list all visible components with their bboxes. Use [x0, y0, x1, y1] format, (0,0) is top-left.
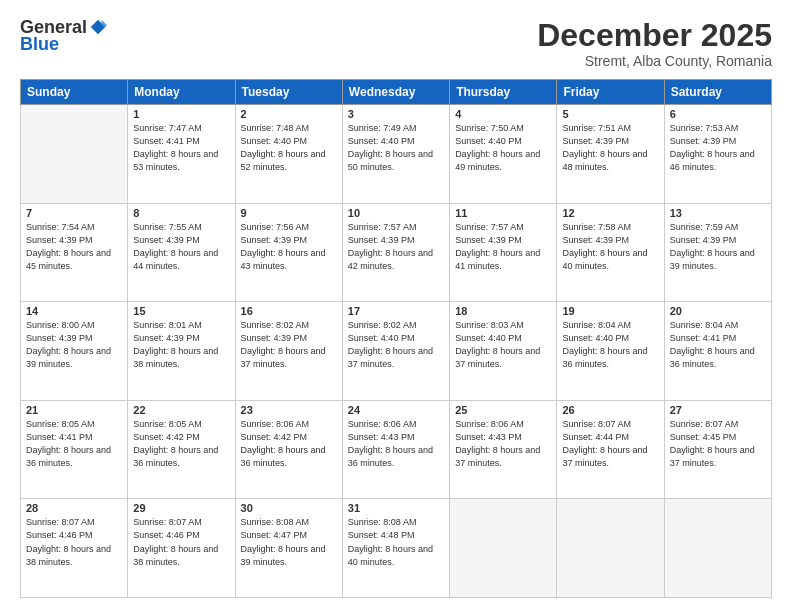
day-info: Sunrise: 8:06 AMSunset: 4:43 PMDaylight:…	[348, 418, 444, 470]
day-info: Sunrise: 8:07 AMSunset: 4:45 PMDaylight:…	[670, 418, 766, 470]
calendar-cell: 27Sunrise: 8:07 AMSunset: 4:45 PMDayligh…	[664, 400, 771, 499]
logo-blue-text: Blue	[20, 34, 59, 54]
day-info: Sunrise: 8:07 AMSunset: 4:46 PMDaylight:…	[26, 516, 122, 568]
weekday-header: Thursday	[450, 80, 557, 105]
calendar-cell: 25Sunrise: 8:06 AMSunset: 4:43 PMDayligh…	[450, 400, 557, 499]
calendar-cell: 26Sunrise: 8:07 AMSunset: 4:44 PMDayligh…	[557, 400, 664, 499]
day-info: Sunrise: 8:01 AMSunset: 4:39 PMDaylight:…	[133, 319, 229, 371]
calendar-week-row: 14Sunrise: 8:00 AMSunset: 4:39 PMDayligh…	[21, 302, 772, 401]
day-info: Sunrise: 8:05 AMSunset: 4:41 PMDaylight:…	[26, 418, 122, 470]
calendar-cell: 28Sunrise: 8:07 AMSunset: 4:46 PMDayligh…	[21, 499, 128, 598]
day-number: 25	[455, 404, 551, 416]
day-info: Sunrise: 8:03 AMSunset: 4:40 PMDaylight:…	[455, 319, 551, 371]
day-info: Sunrise: 7:56 AMSunset: 4:39 PMDaylight:…	[241, 221, 337, 273]
weekday-header: Wednesday	[342, 80, 449, 105]
calendar-cell: 21Sunrise: 8:05 AMSunset: 4:41 PMDayligh…	[21, 400, 128, 499]
day-info: Sunrise: 7:58 AMSunset: 4:39 PMDaylight:…	[562, 221, 658, 273]
day-info: Sunrise: 7:55 AMSunset: 4:39 PMDaylight:…	[133, 221, 229, 273]
calendar-cell: 10Sunrise: 7:57 AMSunset: 4:39 PMDayligh…	[342, 203, 449, 302]
calendar-cell	[664, 499, 771, 598]
day-info: Sunrise: 8:04 AMSunset: 4:41 PMDaylight:…	[670, 319, 766, 371]
calendar-week-row: 7Sunrise: 7:54 AMSunset: 4:39 PMDaylight…	[21, 203, 772, 302]
day-number: 9	[241, 207, 337, 219]
calendar-cell: 2Sunrise: 7:48 AMSunset: 4:40 PMDaylight…	[235, 105, 342, 204]
location: Stremt, Alba County, Romania	[537, 53, 772, 69]
calendar-cell	[21, 105, 128, 204]
weekday-header: Saturday	[664, 80, 771, 105]
weekday-header: Sunday	[21, 80, 128, 105]
calendar-cell: 8Sunrise: 7:55 AMSunset: 4:39 PMDaylight…	[128, 203, 235, 302]
header: General Blue December 2025 Stremt, Alba …	[20, 18, 772, 69]
calendar-cell: 6Sunrise: 7:53 AMSunset: 4:39 PMDaylight…	[664, 105, 771, 204]
day-info: Sunrise: 8:08 AMSunset: 4:48 PMDaylight:…	[348, 516, 444, 568]
calendar-cell	[557, 499, 664, 598]
day-number: 31	[348, 502, 444, 514]
calendar-cell: 7Sunrise: 7:54 AMSunset: 4:39 PMDaylight…	[21, 203, 128, 302]
day-info: Sunrise: 8:07 AMSunset: 4:46 PMDaylight:…	[133, 516, 229, 568]
day-number: 7	[26, 207, 122, 219]
month-title: December 2025	[537, 18, 772, 53]
weekday-header: Tuesday	[235, 80, 342, 105]
day-info: Sunrise: 7:50 AMSunset: 4:40 PMDaylight:…	[455, 122, 551, 174]
day-info: Sunrise: 7:49 AMSunset: 4:40 PMDaylight:…	[348, 122, 444, 174]
day-info: Sunrise: 7:57 AMSunset: 4:39 PMDaylight:…	[455, 221, 551, 273]
svg-marker-1	[102, 20, 107, 31]
calendar-cell: 15Sunrise: 8:01 AMSunset: 4:39 PMDayligh…	[128, 302, 235, 401]
day-number: 16	[241, 305, 337, 317]
calendar-cell: 31Sunrise: 8:08 AMSunset: 4:48 PMDayligh…	[342, 499, 449, 598]
day-info: Sunrise: 8:06 AMSunset: 4:43 PMDaylight:…	[455, 418, 551, 470]
calendar-table: SundayMondayTuesdayWednesdayThursdayFrid…	[20, 79, 772, 598]
day-info: Sunrise: 7:47 AMSunset: 4:41 PMDaylight:…	[133, 122, 229, 174]
day-number: 24	[348, 404, 444, 416]
weekday-header: Friday	[557, 80, 664, 105]
day-info: Sunrise: 8:06 AMSunset: 4:42 PMDaylight:…	[241, 418, 337, 470]
day-info: Sunrise: 7:57 AMSunset: 4:39 PMDaylight:…	[348, 221, 444, 273]
calendar-cell: 5Sunrise: 7:51 AMSunset: 4:39 PMDaylight…	[557, 105, 664, 204]
day-info: Sunrise: 8:07 AMSunset: 4:44 PMDaylight:…	[562, 418, 658, 470]
day-number: 4	[455, 108, 551, 120]
day-info: Sunrise: 7:48 AMSunset: 4:40 PMDaylight:…	[241, 122, 337, 174]
calendar-cell: 12Sunrise: 7:58 AMSunset: 4:39 PMDayligh…	[557, 203, 664, 302]
day-number: 27	[670, 404, 766, 416]
day-info: Sunrise: 8:04 AMSunset: 4:40 PMDaylight:…	[562, 319, 658, 371]
day-number: 11	[455, 207, 551, 219]
calendar-cell: 14Sunrise: 8:00 AMSunset: 4:39 PMDayligh…	[21, 302, 128, 401]
calendar-header-row: SundayMondayTuesdayWednesdayThursdayFrid…	[21, 80, 772, 105]
logo-icon	[89, 18, 107, 36]
day-number: 15	[133, 305, 229, 317]
title-block: December 2025 Stremt, Alba County, Roman…	[537, 18, 772, 69]
calendar-week-row: 28Sunrise: 8:07 AMSunset: 4:46 PMDayligh…	[21, 499, 772, 598]
day-info: Sunrise: 8:02 AMSunset: 4:40 PMDaylight:…	[348, 319, 444, 371]
calendar-week-row: 21Sunrise: 8:05 AMSunset: 4:41 PMDayligh…	[21, 400, 772, 499]
calendar-cell: 23Sunrise: 8:06 AMSunset: 4:42 PMDayligh…	[235, 400, 342, 499]
day-info: Sunrise: 7:53 AMSunset: 4:39 PMDaylight:…	[670, 122, 766, 174]
day-number: 29	[133, 502, 229, 514]
day-number: 8	[133, 207, 229, 219]
calendar-cell: 13Sunrise: 7:59 AMSunset: 4:39 PMDayligh…	[664, 203, 771, 302]
day-number: 6	[670, 108, 766, 120]
day-number: 20	[670, 305, 766, 317]
day-number: 23	[241, 404, 337, 416]
day-number: 30	[241, 502, 337, 514]
day-info: Sunrise: 7:54 AMSunset: 4:39 PMDaylight:…	[26, 221, 122, 273]
day-info: Sunrise: 7:51 AMSunset: 4:39 PMDaylight:…	[562, 122, 658, 174]
day-number: 19	[562, 305, 658, 317]
calendar-cell: 29Sunrise: 8:07 AMSunset: 4:46 PMDayligh…	[128, 499, 235, 598]
day-info: Sunrise: 8:08 AMSunset: 4:47 PMDaylight:…	[241, 516, 337, 568]
day-info: Sunrise: 8:02 AMSunset: 4:39 PMDaylight:…	[241, 319, 337, 371]
calendar-cell: 9Sunrise: 7:56 AMSunset: 4:39 PMDaylight…	[235, 203, 342, 302]
calendar-cell: 11Sunrise: 7:57 AMSunset: 4:39 PMDayligh…	[450, 203, 557, 302]
day-number: 14	[26, 305, 122, 317]
calendar-cell	[450, 499, 557, 598]
calendar-cell: 16Sunrise: 8:02 AMSunset: 4:39 PMDayligh…	[235, 302, 342, 401]
day-number: 12	[562, 207, 658, 219]
day-number: 21	[26, 404, 122, 416]
day-number: 5	[562, 108, 658, 120]
weekday-header: Monday	[128, 80, 235, 105]
day-number: 28	[26, 502, 122, 514]
day-info: Sunrise: 8:05 AMSunset: 4:42 PMDaylight:…	[133, 418, 229, 470]
calendar-cell: 4Sunrise: 7:50 AMSunset: 4:40 PMDaylight…	[450, 105, 557, 204]
calendar-cell: 20Sunrise: 8:04 AMSunset: 4:41 PMDayligh…	[664, 302, 771, 401]
day-number: 13	[670, 207, 766, 219]
calendar-cell: 30Sunrise: 8:08 AMSunset: 4:47 PMDayligh…	[235, 499, 342, 598]
